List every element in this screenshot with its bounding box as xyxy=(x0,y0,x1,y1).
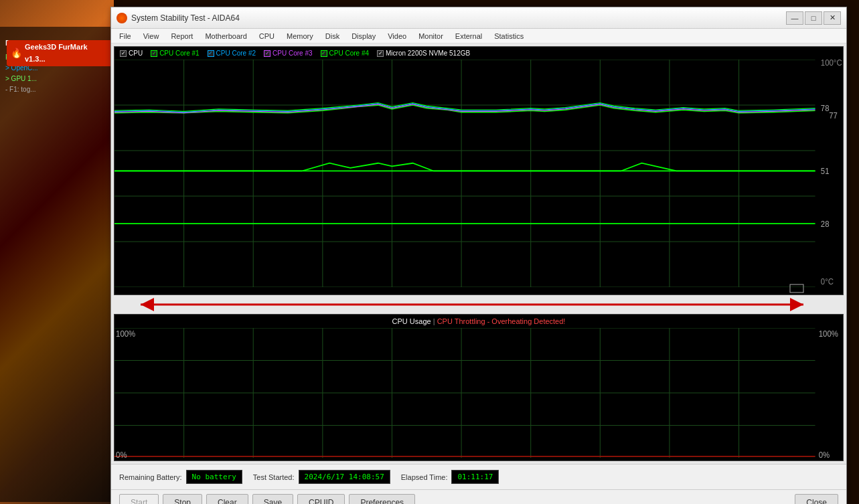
svg-text:77: 77 xyxy=(829,110,838,120)
svg-marker-27 xyxy=(790,298,803,311)
svg-text:0%: 0% xyxy=(819,450,830,458)
elapsed-value: 01:11:17 xyxy=(451,470,499,484)
aida64-window: System Stability Test - AIDA64 — □ ✕ Fil… xyxy=(110,7,847,504)
preferences-button[interactable]: Preferences xyxy=(349,494,415,505)
legend-core3: ✓ CPU Core #3 xyxy=(264,50,312,57)
svg-rect-0 xyxy=(114,60,815,287)
legend-nvme: ✓ Micron 2200S NVMe 512GB xyxy=(377,50,470,57)
minimize-button[interactable]: — xyxy=(786,11,803,25)
window-title: System Stability Test - AIDA64 xyxy=(131,13,786,23)
legend-core1-label: CPU Core #1 xyxy=(159,50,199,57)
menu-disk[interactable]: Disk xyxy=(320,31,345,41)
svg-text:28: 28 xyxy=(821,219,830,229)
temperature-chart: ✓ CPU ✓ CPU Core #1 ✓ CPU Core #2 ✓ CPU … xyxy=(114,46,844,295)
close-button[interactable]: Close xyxy=(795,494,838,505)
test-started-label: Test Started: xyxy=(253,473,295,481)
window-controls: — □ ✕ xyxy=(786,11,841,25)
legend-core1: ✓ CPU Core #1 xyxy=(151,50,199,57)
elapsed-label: Elapsed Time: xyxy=(401,473,448,481)
legend-cpu: ✓ CPU xyxy=(120,50,143,57)
legend-core2: ✓ CPU Core #2 xyxy=(208,50,256,57)
menu-file[interactable]: File xyxy=(114,31,137,41)
legend-core4: ✓ CPU Core #4 xyxy=(321,50,369,57)
chart-legend: ✓ CPU ✓ CPU Core #1 ✓ CPU Core #2 ✓ CPU … xyxy=(114,47,843,60)
furmark-sidebar: 🔥 Geeks3D FurMark v1.3... FurMark v1.36.… xyxy=(0,27,114,502)
battery-label: Remaining Battery: xyxy=(119,473,182,481)
svg-text:0%: 0% xyxy=(116,450,127,458)
furmark-logo: 🔥 Geeks3D FurMark v1.3... xyxy=(7,40,114,66)
status-bar: Remaining Battery: No battery Test Start… xyxy=(111,464,846,489)
cpu-chart-body: 100% 0% 100% 0% xyxy=(114,328,843,458)
battery-status: Remaining Battery: No battery xyxy=(119,470,242,484)
start-button[interactable]: Start xyxy=(119,494,159,505)
temp-chart-body: 100°C 78 77 51 28 0°C xyxy=(114,60,843,287)
title-bar: System Stability Test - AIDA64 — □ ✕ xyxy=(111,7,846,29)
svg-text:100%: 100% xyxy=(819,329,838,338)
elapsed-status: Elapsed Time: 01:11:17 xyxy=(401,470,499,484)
close-window-button[interactable]: ✕ xyxy=(824,11,841,25)
aida64-icon xyxy=(116,13,127,23)
svg-marker-25 xyxy=(141,298,154,311)
menu-cpu[interactable]: CPU xyxy=(254,31,280,41)
cpu-usage-svg: 100% 0% 100% 0% xyxy=(114,328,843,458)
menu-external[interactable]: External xyxy=(450,31,487,41)
svg-text:51: 51 xyxy=(821,167,830,177)
menu-report[interactable]: Report xyxy=(165,31,198,41)
stop-button[interactable]: Stop xyxy=(163,494,202,505)
battery-value: No battery xyxy=(186,470,242,484)
button-bar: Start Stop Clear Save CPUID Preferences … xyxy=(111,489,846,504)
svg-text:0°C: 0°C xyxy=(821,277,834,287)
svg-text:100°C: 100°C xyxy=(821,60,842,68)
content-area: ✓ CPU ✓ CPU Core #1 ✓ CPU Core #2 ✓ CPU … xyxy=(111,44,846,464)
legend-cpu-label: CPU xyxy=(129,50,143,57)
save-button[interactable]: Save xyxy=(252,494,293,505)
menu-bar: File View Report Motherboard CPU Memory … xyxy=(111,29,846,44)
menu-memory[interactable]: Memory xyxy=(281,31,319,41)
cpuid-button[interactable]: CPUID xyxy=(297,494,345,505)
cpu-throttle-label: CPU Throttling - Overheating Detected! xyxy=(437,317,566,325)
menu-view[interactable]: View xyxy=(138,31,165,41)
menu-monitor[interactable]: Monitor xyxy=(413,31,449,41)
svg-text:78: 78 xyxy=(821,104,830,114)
legend-nvme-label: Micron 2200S NVMe 512GB xyxy=(386,50,470,57)
test-started-value: 2024/6/17 14:08:57 xyxy=(299,470,390,484)
temp-chart-svg: 100°C 78 77 51 28 0°C xyxy=(114,60,843,287)
menu-motherboard[interactable]: Motherboard xyxy=(200,31,252,41)
furmark-title: Geeks3D FurMark v1.3... xyxy=(25,41,110,65)
cpu-usage-label: CPU Usage xyxy=(392,317,431,325)
legend-core4-label: CPU Core #4 xyxy=(329,50,369,57)
clear-button[interactable]: Clear xyxy=(206,494,248,505)
test-started-status: Test Started: 2024/6/17 14:08:57 xyxy=(253,470,390,484)
maximize-button[interactable]: □ xyxy=(805,11,822,25)
legend-core3-label: CPU Core #3 xyxy=(272,50,312,57)
cpu-usage-chart: CPU Usage | CPU Throttling - Overheating… xyxy=(114,314,844,461)
svg-text:100%: 100% xyxy=(116,329,135,338)
cpu-usage-header: CPU Usage | CPU Throttling - Overheating… xyxy=(114,315,843,328)
arrows-area: 0°C xyxy=(114,298,844,311)
menu-display[interactable]: Display xyxy=(346,31,381,41)
legend-core2-label: CPU Core #2 xyxy=(216,50,256,57)
menu-statistics[interactable]: Statistics xyxy=(489,31,529,41)
menu-video[interactable]: Video xyxy=(382,31,412,41)
